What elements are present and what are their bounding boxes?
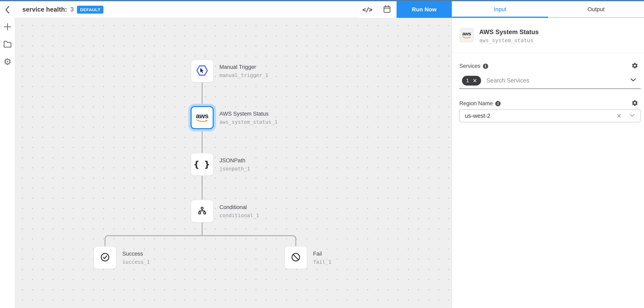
run-now-button[interactable]: Run Now (396, 1, 452, 18)
folder-icon (3, 41, 12, 49)
manual-trigger-icon (196, 65, 208, 77)
tab-input[interactable]: Input (452, 1, 548, 17)
panel-tabbar: Input Output (452, 1, 644, 18)
node-label-jsonpath: JSONPath jsonpath_1 (220, 157, 250, 172)
node-jsonpath[interactable]: { } (190, 153, 214, 176)
aws-logo-icon: aws (196, 112, 209, 123)
aws-logo-icon: aws (462, 31, 472, 39)
workflow-title-group[interactable]: service health: 3 DEFAULT (22, 1, 104, 18)
node-id: jsonpath_1 (220, 166, 250, 172)
node-fail[interactable] (284, 246, 307, 269)
region-label-row: Region Name i (459, 100, 500, 107)
chip-remove-icon[interactable]: ✕ (472, 78, 477, 83)
info-icon[interactable]: i (495, 101, 500, 106)
left-sidebar: ⚙ (0, 1, 15, 308)
back-chevron-icon (4, 5, 12, 15)
add-step-button[interactable] (0, 22, 15, 33)
plus-icon (4, 23, 12, 32)
node-label-aws-system-status: AWS System Status aws_system_status_1 (220, 110, 278, 125)
gear-outline-icon: ⚙ (4, 57, 12, 66)
branch-icon (196, 206, 208, 217)
no-entry-icon (290, 252, 302, 264)
info-icon[interactable]: i (483, 64, 488, 69)
region-input[interactable] (460, 112, 617, 119)
node-id: fail_1 (313, 259, 331, 265)
workflow-header: service health: 3 DEFAULT </> Run Now (15, 1, 452, 18)
code-icon: </> (362, 6, 372, 13)
back-button[interactable] (0, 4, 15, 16)
chevron-down-icon[interactable] (629, 114, 635, 118)
workflow-title: service health: (22, 6, 67, 13)
chip-count: 1 (466, 78, 469, 84)
panel-divider (452, 52, 644, 52)
inspector-panel: Input Output aws AWS System Status aws_s… (452, 1, 644, 308)
node-id: aws_system_status_1 (220, 119, 278, 125)
node-label-fail: Fail fail_1 (313, 250, 331, 265)
workflow-canvas[interactable]: Manual Trigger manual_trigger_1 aws AWS … (15, 18, 452, 308)
panel-subtitle: aws_system_status (479, 38, 533, 44)
node-success[interactable] (94, 246, 116, 269)
node-label-manual-trigger: Manual Trigger manual_trigger_1 (220, 64, 268, 78)
panel-app-tile: aws (459, 28, 474, 42)
node-id: conditional_1 (220, 212, 259, 218)
clear-icon[interactable]: × (617, 112, 621, 120)
settings-button[interactable]: ⚙ (0, 56, 15, 68)
node-title: JSONPath (220, 157, 250, 164)
schedule-button[interactable] (377, 1, 396, 18)
node-id: success_1 (122, 259, 150, 265)
tab-output[interactable]: Output (548, 1, 644, 17)
node-aws-system-status[interactable]: aws (190, 106, 214, 129)
node-label-success: Success success_1 (122, 250, 150, 265)
region-settings-button[interactable] (632, 100, 638, 107)
node-id: manual_trigger_1 (220, 72, 268, 78)
node-title: Manual Trigger (220, 64, 268, 70)
node-label-conditional: Conditional conditional_1 (220, 204, 259, 218)
node-title: AWS System Status (220, 110, 278, 117)
panel-title: AWS System Status (479, 28, 539, 36)
node-title: Success (122, 250, 150, 257)
chevron-down-icon[interactable] (630, 78, 636, 82)
default-badge: DEFAULT (77, 6, 103, 14)
files-button[interactable] (0, 39, 15, 50)
services-settings-button[interactable] (632, 62, 638, 70)
node-title: Fail (313, 250, 331, 257)
services-multiselect[interactable]: 1 ✕ Search Services (459, 73, 641, 89)
services-label-row: Services i (459, 63, 488, 69)
region-select: × (459, 109, 641, 122)
node-title: Conditional (220, 204, 259, 210)
braces-icon: { } (194, 160, 211, 170)
node-manual-trigger[interactable] (190, 59, 214, 82)
calendar-icon (383, 5, 391, 14)
workflow-run-number: 3 (70, 6, 74, 13)
services-placeholder: Search Services (486, 77, 529, 84)
node-conditional[interactable] (190, 200, 214, 223)
selected-service-chip[interactable]: 1 ✕ (462, 76, 481, 86)
check-circle-icon (99, 252, 111, 264)
services-label: Services (459, 63, 480, 69)
region-label: Region Name (459, 100, 493, 107)
code-view-button[interactable]: </> (357, 1, 377, 18)
